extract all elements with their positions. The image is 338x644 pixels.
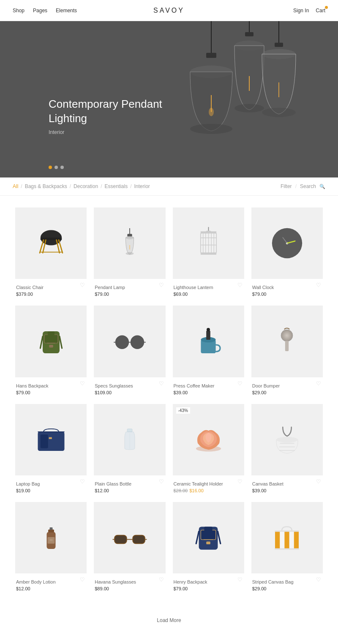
hero-dot-1[interactable] <box>49 166 52 169</box>
product-card-4[interactable]: Hans Backpack $79.00 ♡ <box>12 302 90 400</box>
product-illustration <box>183 317 233 366</box>
product-card-13[interactable]: Havana Sunglasses $89.00 ♡ <box>90 499 169 596</box>
wishlist-button[interactable]: ♡ <box>316 282 321 288</box>
svg-line-50 <box>60 336 62 348</box>
product-name: Striped Canvas Bag <box>252 579 322 584</box>
product-image <box>15 404 87 475</box>
wishlist-button[interactable]: ♡ <box>237 478 243 485</box>
wishlist-button[interactable]: ♡ <box>159 380 164 387</box>
product-info: Havana Sunglasses $89.00 <box>94 578 165 593</box>
wishlist-button[interactable]: ♡ <box>237 576 243 583</box>
product-card-15[interactable]: Striped Canvas Bag $29.00 ♡ <box>248 499 326 596</box>
product-info: Press Coffee Maker $39.00 <box>173 382 244 397</box>
svg-rect-94 <box>285 531 289 549</box>
filter-decoration[interactable]: Decoration <box>74 183 98 189</box>
sign-in-link[interactable]: Sign In <box>293 8 309 14</box>
filter-essentials[interactable]: Essentials <box>104 183 128 189</box>
product-image <box>173 502 244 573</box>
svg-rect-38 <box>200 253 216 255</box>
product-info: Pendant Lamp $79.00 <box>94 283 165 298</box>
hero-dot-3[interactable] <box>60 166 64 169</box>
filter-interior[interactable]: Interior <box>134 183 150 189</box>
wishlist-button[interactable]: ♡ <box>80 478 85 485</box>
svg-rect-76 <box>49 527 52 530</box>
hero-subtitle: Interior <box>49 129 162 135</box>
product-card-6[interactable]: Press Coffee Maker $39.00 ♡ <box>169 302 248 400</box>
product-card-0[interactable]: Classic Chair $379.00 ♡ <box>12 204 90 302</box>
svg-rect-97 <box>275 548 300 550</box>
product-card-12[interactable]: Amber Body Lotion $12.00 ♡ <box>12 499 90 596</box>
svg-rect-46 <box>48 331 55 336</box>
product-name: Classic Chair <box>16 285 86 290</box>
svg-rect-77 <box>47 537 55 543</box>
product-info: Lighthouse Lantern $69.00 <box>173 283 244 298</box>
filter-right: Filter / Search 🔍 <box>281 183 325 189</box>
svg-rect-65 <box>49 437 52 439</box>
wishlist-button[interactable]: ♡ <box>159 478 164 485</box>
product-card-5[interactable]: Specs Sunglasses $109.00 ♡ <box>90 302 169 400</box>
brand-logo[interactable]: SAVOY <box>153 7 185 14</box>
nav-elements[interactable]: Elements <box>56 8 77 14</box>
search-button[interactable]: Search <box>300 183 316 189</box>
product-card-10[interactable]: -43% Ceramic Tealight Holder $28.00$16.0… <box>169 401 248 498</box>
wishlist-button[interactable]: ♡ <box>159 576 164 583</box>
wishlist-button[interactable]: ♡ <box>80 282 85 288</box>
wishlist-button[interactable]: ♡ <box>316 576 321 583</box>
product-name: Pendant Lamp <box>95 285 164 290</box>
wishlist-button[interactable]: ♡ <box>159 282 164 288</box>
product-price: $379.00 <box>16 292 86 297</box>
wishlist-button[interactable]: ♡ <box>237 380 243 387</box>
product-image <box>251 502 323 573</box>
filter-bags[interactable]: Bags & Backpacks <box>25 183 67 189</box>
svg-point-5 <box>209 108 214 116</box>
product-info: Hans Backpack $79.00 <box>15 382 87 397</box>
product-image <box>94 207 165 279</box>
product-name: Ceramic Tealight Holder <box>174 481 243 486</box>
product-card-1[interactable]: Pendant Lamp $79.00 ♡ <box>90 204 169 302</box>
wishlist-button[interactable]: ♡ <box>316 380 321 387</box>
product-price: $79.00 <box>252 292 322 297</box>
product-price: $19.00 <box>16 488 86 493</box>
product-info: Ceramic Tealight Holder $28.00$16.00 <box>173 480 244 495</box>
product-card-2[interactable]: Lighthouse Lantern $69.00 ♡ <box>169 204 248 302</box>
product-card-8[interactable]: Laptop Bag $19.00 ♡ <box>12 401 90 498</box>
svg-line-49 <box>40 336 43 348</box>
svg-point-52 <box>131 336 144 349</box>
product-price: $39.00 <box>252 488 322 493</box>
cart-link[interactable]: Cart <box>316 8 325 14</box>
filter-button[interactable]: Filter <box>281 183 292 189</box>
nav-pages[interactable]: Pages <box>33 8 47 14</box>
product-name: Havana Sunglasses <box>95 579 164 584</box>
product-illustration <box>105 513 155 562</box>
svg-point-51 <box>116 336 129 349</box>
product-price: $12.00 <box>95 488 164 493</box>
svg-rect-67 <box>127 429 132 432</box>
hero-dot-2[interactable] <box>55 166 58 169</box>
svg-rect-93 <box>275 531 280 549</box>
product-illustration <box>26 317 76 366</box>
svg-rect-48 <box>49 345 53 347</box>
product-illustration <box>183 513 233 562</box>
product-card-7[interactable]: Door Bumper $29.00 ♡ <box>248 302 326 400</box>
wishlist-button[interactable]: ♡ <box>80 380 85 387</box>
product-illustration <box>26 218 76 268</box>
wishlist-button[interactable]: ♡ <box>316 478 321 485</box>
product-image: -43% <box>173 404 244 475</box>
search-icon[interactable]: 🔍 <box>319 184 325 189</box>
product-illustration <box>105 218 155 268</box>
svg-rect-62 <box>285 341 289 351</box>
hero-text: Contemporary PendantLighting Interior <box>49 97 162 135</box>
nav-shop[interactable]: Shop <box>13 8 25 14</box>
load-more-button[interactable]: Load More <box>0 605 338 636</box>
product-illustration <box>26 415 76 464</box>
product-card-9[interactable]: Plain Glass Bottle $12.00 ♡ <box>90 401 169 498</box>
product-image <box>94 306 165 377</box>
product-card-3[interactable]: Wall Clock $79.00 ♡ <box>248 204 326 302</box>
product-info: Door Bumper $29.00 <box>251 382 323 397</box>
wishlist-button[interactable]: ♡ <box>80 576 85 583</box>
filter-all[interactable]: All <box>13 183 18 189</box>
product-card-14[interactable]: Henry Backpack $79.00 ♡ <box>169 499 248 596</box>
product-card-11[interactable]: Canvas Basket $39.00 ♡ <box>248 401 326 498</box>
wishlist-button[interactable]: ♡ <box>237 282 243 288</box>
product-name: Amber Body Lotion <box>16 579 86 584</box>
